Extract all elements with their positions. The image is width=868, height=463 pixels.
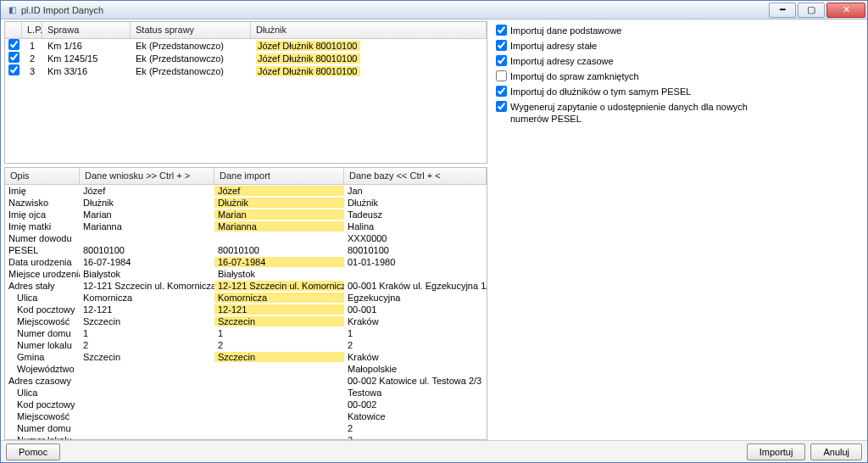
- cell-wniosek: Marian: [80, 209, 214, 220]
- cell-dluznik: Józef Dłużnik 80010100: [251, 41, 487, 51]
- detail-row[interactable]: Numer domu111: [5, 327, 487, 339]
- cell-opis: Adres stały: [5, 281, 80, 291]
- option-label[interactable]: Importuj adresy stałe: [510, 40, 597, 52]
- col-header-wniosek[interactable]: Dane wniosku >> Ctrl + >: [80, 168, 214, 184]
- option-row: Importuj adresy stałe: [496, 40, 859, 52]
- close-icon: ✕: [843, 4, 850, 15]
- cell-import: 1: [214, 328, 344, 338]
- row-checkbox[interactable]: [8, 64, 19, 75]
- detail-row[interactable]: Numer domu2: [5, 422, 487, 434]
- detail-row[interactable]: Numer dowoduXXX0000: [5, 232, 487, 244]
- detail-row[interactable]: Data urodzenia16-07-198416-07-198401-01-…: [5, 256, 487, 268]
- option-label[interactable]: Importuj dane podstawowe: [510, 25, 621, 36]
- minimize-icon: ━: [780, 4, 786, 15]
- detail-row[interactable]: MiejscowośćSzczecinSzczecinKraków: [5, 315, 487, 327]
- cell-bazy: 2: [344, 423, 487, 433]
- cell-wniosek: 12-121 Szczecin ul. Komornicza 1/2: [80, 281, 214, 291]
- cell-status: Ek (Przedstanowczo): [131, 66, 251, 76]
- help-button[interactable]: Pomoc: [6, 443, 60, 460]
- option-label[interactable]: Importuj do dłużników o tym samym PESEL: [510, 86, 691, 98]
- detail-row[interactable]: Numer lokalu222: [5, 339, 487, 351]
- col-header-import[interactable]: Dane import: [214, 168, 344, 184]
- cell-import: Białystok: [214, 269, 344, 279]
- option-row: Importuj do spraw zamkniętych: [496, 70, 859, 82]
- detail-row[interactable]: Imię ojcaMarianMarianTadeusz: [5, 209, 487, 220]
- detail-row[interactable]: Numer lokalu3: [5, 434, 487, 440]
- option-label[interactable]: Importuj adresy czasowe: [510, 55, 614, 67]
- cell-opis: Numer domu: [5, 423, 80, 433]
- cell-opis: Imię matki: [5, 221, 80, 232]
- cell-wniosek: 16-07-1984: [80, 257, 214, 267]
- detail-row[interactable]: PESEL800101008001010080010100: [5, 244, 487, 256]
- table-row[interactable]: 3Km 33/16Ek (Przedstanowczo)Józef Dłużni…: [5, 64, 487, 77]
- cell-opis: PESEL: [5, 245, 80, 255]
- detail-row[interactable]: UlicaKomorniczaKomorniczaEgzekucyjna: [5, 292, 487, 304]
- cases-table-header: L.P. Sprawa Status sprawy Dłużnik: [5, 22, 487, 39]
- detail-row[interactable]: NazwiskoDłużnikDłużnikDłużnik: [5, 197, 487, 209]
- detail-row[interactable]: WojewództwoMałopolskie: [5, 363, 487, 375]
- cell-wniosek: Dłużnik: [80, 198, 214, 208]
- cell-import: 2: [214, 340, 344, 350]
- cell-wniosek: Józef: [80, 186, 214, 196]
- row-checkbox[interactable]: [8, 39, 19, 50]
- cell-status: Ek (Przedstanowczo): [131, 41, 251, 51]
- close-button[interactable]: ✕: [826, 3, 865, 18]
- cell-opis: Data urodzenia: [5, 257, 80, 267]
- col-header-opis[interactable]: Opis: [5, 168, 80, 184]
- cell-sprawa: Km 1/16: [42, 41, 131, 51]
- table-row[interactable]: 2Km 1245/15Ek (Przedstanowczo)Józef Dłuż…: [5, 52, 487, 64]
- cell-opis: Imię ojca: [5, 209, 80, 220]
- option-checkbox[interactable]: [496, 101, 507, 112]
- col-header-dluznik[interactable]: Dłużnik: [251, 22, 487, 38]
- cell-import: Józef: [214, 186, 344, 196]
- cell-bazy: 2: [344, 340, 487, 350]
- detail-row[interactable]: Kod pocztowy12-12112-12100-001: [5, 304, 487, 315]
- cell-import: 80010100: [214, 245, 344, 255]
- detail-row[interactable]: Kod pocztowy00-002: [5, 399, 487, 410]
- cell-bazy: Halina: [344, 221, 487, 232]
- cell-wniosek: Marianna: [80, 221, 214, 232]
- cell-bazy: Egzekucyjna: [344, 293, 487, 303]
- cell-import: 12-121: [214, 304, 344, 315]
- col-header-lp[interactable]: L.P.: [22, 22, 42, 38]
- table-row[interactable]: 1Km 1/16Ek (Przedstanowczo)Józef Dłużnik…: [5, 39, 487, 52]
- cell-wniosek: Białystok: [80, 269, 214, 279]
- detail-row[interactable]: Miejsce urodzeniaBiałystokBiałystok: [5, 268, 487, 280]
- col-header-check[interactable]: [5, 22, 22, 38]
- row-checkbox[interactable]: [8, 52, 19, 63]
- option-label[interactable]: Wygeneruj zapytanie o udostępnienie dany…: [510, 101, 748, 125]
- option-checkbox[interactable]: [496, 40, 507, 51]
- detail-row[interactable]: MiejscowośćKatowice: [5, 410, 487, 422]
- col-header-status[interactable]: Status sprawy: [131, 22, 251, 38]
- option-checkbox[interactable]: [496, 86, 507, 97]
- cell-import: [214, 423, 344, 433]
- content: L.P. Sprawa Status sprawy Dłużnik 1Km 1/…: [1, 20, 867, 440]
- maximize-button[interactable]: ▢: [798, 3, 825, 18]
- detail-row[interactable]: Adres czasowy00-002 Katowice ul. Testowa…: [5, 375, 487, 387]
- cell-import: Szczecin: [214, 316, 344, 326]
- cell-bazy: XXX0000: [344, 233, 487, 243]
- cell-wniosek: 12-121: [80, 304, 214, 315]
- option-row: Importuj adresy czasowe: [496, 55, 859, 67]
- cell-bazy: Katowice: [344, 411, 487, 421]
- cell-bazy: Testowa: [344, 388, 487, 398]
- option-checkbox[interactable]: [496, 70, 507, 81]
- option-row: Importuj dane podstawowe: [496, 25, 859, 36]
- cell-import: [214, 399, 344, 410]
- col-header-sprawa[interactable]: Sprawa: [42, 22, 131, 38]
- detail-row[interactable]: ImięJózefJózefJan: [5, 185, 487, 197]
- option-label[interactable]: Importuj do spraw zamkniętych: [510, 70, 639, 82]
- minimize-button[interactable]: ━: [769, 3, 796, 18]
- cell-import: [214, 233, 344, 243]
- option-checkbox[interactable]: [496, 25, 507, 36]
- detail-row[interactable]: Imię matkiMariannaMariannaHalina: [5, 220, 487, 232]
- cell-bazy: 00-002 Katowice ul. Testowa 2/3: [344, 376, 487, 386]
- detail-row[interactable]: UlicaTestowa: [5, 387, 487, 399]
- cancel-button[interactable]: Anuluj: [810, 443, 862, 460]
- import-button[interactable]: Importuj: [747, 443, 806, 460]
- detail-row[interactable]: Adres stały12-121 Szczecin ul. Komornicz…: [5, 280, 487, 292]
- option-checkbox[interactable]: [496, 55, 507, 66]
- cell-bazy: 00-001: [344, 304, 487, 315]
- detail-row[interactable]: GminaSzczecinSzczecinKraków: [5, 351, 487, 363]
- col-header-bazy[interactable]: Dane bazy << Ctrl + <: [344, 168, 487, 184]
